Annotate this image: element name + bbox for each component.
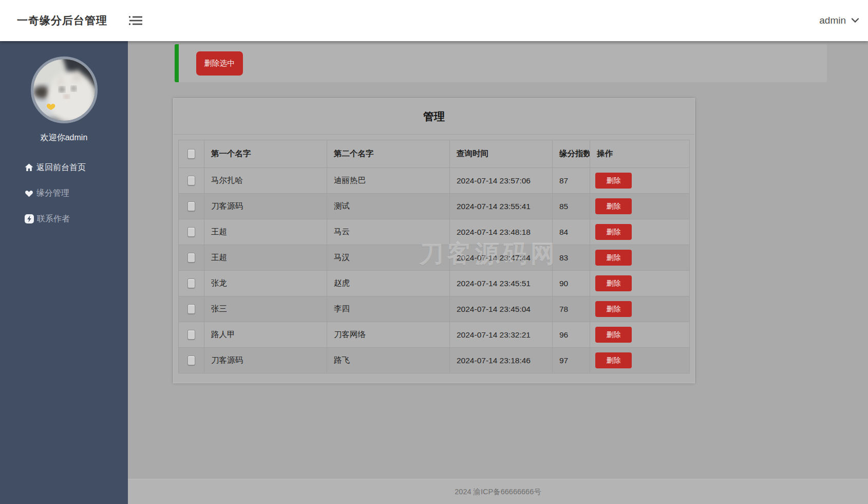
avatar <box>31 57 98 123</box>
table-row: 马尔扎哈 迪丽热巴 2024-07-14 23:57:06 87 删除 <box>179 168 690 194</box>
delete-row-button[interactable]: 删除 <box>595 301 632 317</box>
table-row: 张龙 赵虎 2024-07-14 23:45:51 90 删除 <box>179 271 690 296</box>
delete-row-button[interactable]: 删除 <box>595 327 632 343</box>
row-checkbox[interactable] <box>187 278 195 288</box>
sidebar-item-label: 联系作者 <box>37 214 70 225</box>
page: 一奇缘分后台管理 admin <box>0 0 868 504</box>
navbar-left: 一奇缘分后台管理 <box>17 13 143 28</box>
cell-second-name: 马云 <box>327 219 450 245</box>
cell-query-time: 2024-07-14 23:45:51 <box>450 271 553 296</box>
cell-fate-score: 96 <box>553 322 590 348</box>
manage-panel: 管理 第一个名字 第二个名字 查询时间 缘分指数 操作 <box>173 98 695 383</box>
delete-row-button[interactable]: 删除 <box>595 224 632 240</box>
delete-row-button[interactable]: 删除 <box>595 173 632 189</box>
delete-selected-button[interactable]: 删除选中 <box>196 51 243 76</box>
col-fate-score: 缘分指数 <box>553 140 590 168</box>
cell-fate-score: 87 <box>553 168 590 194</box>
table-row: 张三 李四 2024-07-14 23:45:04 78 删除 <box>179 296 690 322</box>
chevron-down-icon <box>851 16 859 25</box>
row-checkbox[interactable] <box>187 330 195 340</box>
cell-first-name: 张龙 <box>204 271 327 296</box>
cell-second-name: 迪丽热巴 <box>327 168 450 194</box>
row-checkbox[interactable] <box>187 227 195 237</box>
cell-first-name: 王超 <box>204 219 327 245</box>
cell-first-name: 王超 <box>204 245 327 271</box>
cell-query-time: 2024-07-14 23:32:21 <box>450 322 553 348</box>
delete-row-button[interactable]: 删除 <box>595 275 632 291</box>
cell-query-time: 2024-07-14 23:45:04 <box>450 296 553 322</box>
cell-second-name: 路飞 <box>327 348 450 374</box>
heart-icon <box>25 190 33 197</box>
row-checkbox[interactable] <box>187 201 195 211</box>
sidebar-item-home[interactable]: 返回前台首页 <box>25 155 128 180</box>
table-row: 刀客源码 路飞 2024-07-14 23:18:46 97 删除 <box>179 348 690 374</box>
table-row: 王超 马汉 2024-07-14 23:47:44 83 删除 <box>179 245 690 271</box>
cell-first-name: 张三 <box>204 296 327 322</box>
welcome-text: 欢迎你admin <box>41 133 88 143</box>
app-title: 一奇缘分后台管理 <box>17 13 107 28</box>
cell-first-name: 刀客源码 <box>204 194 327 219</box>
row-checkbox[interactable] <box>187 304 195 314</box>
delete-row-button[interactable]: 删除 <box>595 352 632 368</box>
table-header-row: 第一个名字 第二个名字 查询时间 缘分指数 操作 <box>179 140 690 168</box>
sidebar-nav: 返回前台首页 缘分管理 <box>0 155 128 232</box>
cell-second-name: 李四 <box>327 296 450 322</box>
main-content: 删除选中 管理 第一个名字 第二个名字 查询时间 缘分指数 操作 <box>128 41 868 504</box>
fate-table: 第一个名字 第二个名字 查询时间 缘分指数 操作 马尔扎哈 迪丽热巴 2024 <box>178 140 690 374</box>
panel-title: 管理 <box>174 99 694 135</box>
row-checkbox[interactable] <box>187 253 195 263</box>
cell-first-name: 刀客源码 <box>204 348 327 374</box>
bolt-icon <box>25 214 34 223</box>
delete-row-button[interactable]: 删除 <box>595 198 632 214</box>
cell-fate-score: 90 <box>553 271 590 296</box>
row-checkbox[interactable] <box>187 176 195 185</box>
user-name: admin <box>819 15 846 26</box>
home-icon <box>25 163 33 172</box>
user-menu[interactable]: admin <box>819 15 860 26</box>
delete-row-button[interactable]: 删除 <box>595 250 632 266</box>
cell-query-time: 2024-07-14 23:55:41 <box>450 194 553 219</box>
sidebar-item-label: 返回前台首页 <box>36 162 86 173</box>
table-row: 路人甲 刀客网络 2024-07-14 23:32:21 96 删除 <box>179 322 690 348</box>
cell-first-name: 路人甲 <box>204 322 327 348</box>
cell-fate-score: 84 <box>553 219 590 245</box>
icp-text: 2024 渝ICP备66666666号 <box>455 487 541 497</box>
col-first-name: 第一个名字 <box>204 140 327 168</box>
menu-toggle-icon[interactable] <box>128 14 143 27</box>
table-row: 王超 马云 2024-07-14 23:48:18 84 删除 <box>179 219 690 245</box>
col-query-time: 查询时间 <box>450 140 553 168</box>
row-checkbox[interactable] <box>187 356 195 365</box>
cell-query-time: 2024-07-14 23:57:06 <box>450 168 553 194</box>
toolbar-alert: 删除选中 <box>175 44 827 82</box>
sidebar: 欢迎你admin 返回前台首页 缘分管理 <box>0 41 128 504</box>
cell-fate-score: 85 <box>553 194 590 219</box>
cell-query-time: 2024-07-14 23:48:18 <box>450 219 553 245</box>
cell-query-time: 2024-07-14 23:18:46 <box>450 348 553 374</box>
cell-fate-score: 78 <box>553 296 590 322</box>
cell-second-name: 马汉 <box>327 245 450 271</box>
select-all-checkbox[interactable] <box>187 149 195 159</box>
footer: 2024 渝ICP备66666666号 <box>128 479 868 504</box>
cell-fate-score: 83 <box>553 245 590 271</box>
cell-second-name: 测试 <box>327 194 450 219</box>
cell-fate-score: 97 <box>553 348 590 374</box>
body-row: 欢迎你admin 返回前台首页 缘分管理 <box>0 41 868 504</box>
top-navbar: 一奇缘分后台管理 admin <box>0 0 868 41</box>
sidebar-item-label: 缘分管理 <box>36 188 69 199</box>
col-actions: 操作 <box>590 140 690 168</box>
table-row: 刀客源码 测试 2024-07-14 23:55:41 85 删除 <box>179 194 690 219</box>
col-second-name: 第二个名字 <box>327 140 450 168</box>
sidebar-item-fate[interactable]: 缘分管理 <box>25 180 128 206</box>
cell-second-name: 赵虎 <box>327 271 450 296</box>
cell-query-time: 2024-07-14 23:47:44 <box>450 245 553 271</box>
cell-first-name: 马尔扎哈 <box>204 168 327 194</box>
cell-second-name: 刀客网络 <box>327 322 450 348</box>
sidebar-item-contact[interactable]: 联系作者 <box>25 206 128 232</box>
